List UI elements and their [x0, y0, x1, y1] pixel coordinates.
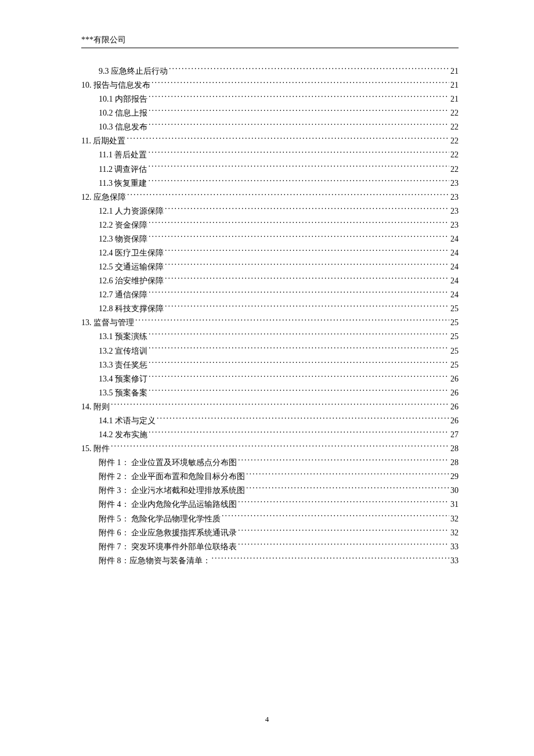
toc-entry: 13.5 预案备案26 — [81, 386, 459, 400]
toc-entry-page: 31 — [450, 498, 459, 512]
toc-entry-page: 23 — [450, 204, 459, 218]
toc-entry-page: 26 — [450, 372, 459, 386]
table-of-contents: 9.3 应急终止后行动2110. 报告与信息发布2110.1 内部报告2110.… — [81, 64, 459, 568]
toc-entry-page: 22 — [450, 134, 459, 148]
toc-dots — [212, 555, 450, 563]
toc-entry: 12.3 物资保障24 — [81, 232, 459, 246]
toc-entry-label: 附件 4： 企业内危险化学品运输路线图 — [99, 498, 237, 512]
toc-entry: 12.1 人力资源保障23 — [81, 204, 459, 218]
toc-entry-label: 12. 应急保障 — [81, 190, 126, 204]
toc-entry-page: 21 — [450, 92, 459, 106]
toc-entry: 13.2 宣传培训25 — [81, 344, 459, 358]
toc-entry: 附件 4： 企业内危险化学品运输路线图31 — [81, 498, 459, 512]
toc-entry: 12.6 治安维护保障24 — [81, 274, 459, 288]
toc-dots — [238, 457, 449, 465]
toc-entry-page: 26 — [450, 400, 459, 414]
toc-dots — [127, 135, 449, 143]
toc-entry-page: 25 — [450, 330, 459, 344]
toc-dots — [157, 415, 449, 423]
toc-entry-page: 28 — [450, 442, 459, 456]
toc-entry: 10.2 信息上报22 — [81, 106, 459, 120]
toc-entry-page: 26 — [450, 414, 459, 428]
toc-entry-page: 26 — [450, 386, 459, 400]
toc-entry-label: 10.3 信息发布 — [99, 120, 147, 134]
toc-dots — [238, 499, 449, 507]
toc-entry: 12. 应急保障23 — [81, 190, 459, 204]
toc-dots — [165, 261, 449, 269]
toc-entry-page: 24 — [450, 274, 459, 288]
toc-entry-label: 14.1 术语与定义 — [99, 414, 156, 428]
toc-entry-label: 12.6 治安维护保障 — [99, 274, 164, 288]
toc-entry-page: 25 — [450, 344, 459, 358]
toc-entry: 14.1 术语与定义26 — [81, 414, 459, 428]
toc-entry-label: 12.5 交通运输保障 — [99, 260, 164, 274]
toc-entry-page: 33 — [450, 554, 459, 568]
toc-entry-page: 22 — [450, 148, 459, 162]
toc-entry: 10.1 内部报告21 — [81, 92, 459, 106]
toc-entry-label: 12.8 科技支撑保障 — [99, 302, 164, 316]
toc-dots — [165, 206, 449, 214]
toc-entry-label: 12.2 资金保障 — [99, 218, 147, 232]
toc-dots — [148, 149, 449, 157]
toc-entry-label: 13.4 预案修订 — [99, 372, 147, 386]
toc-entry-page: 33 — [450, 540, 459, 554]
toc-dots — [246, 485, 449, 493]
toc-dots — [149, 289, 449, 297]
toc-entry-label: 附件 7： 突发环境事件外部单位联络表 — [99, 540, 237, 554]
toc-dots — [149, 233, 449, 242]
toc-dots — [135, 317, 449, 325]
toc-entry-label: 12.1 人力资源保障 — [99, 204, 164, 218]
toc-entry-label: 13.5 预案备案 — [99, 386, 147, 400]
toc-dots — [127, 192, 449, 200]
toc-dots — [148, 164, 449, 172]
toc-entry-page: 28 — [450, 456, 459, 470]
toc-entry-label: 10.1 内部报告 — [99, 92, 147, 106]
toc-entry-page: 23 — [450, 218, 459, 232]
toc-entry: 11.3 恢复重建23 — [81, 177, 459, 190]
toc-dots — [165, 303, 449, 311]
toc-entry-label: 13.1 预案演练 — [99, 330, 147, 344]
toc-dots — [111, 401, 449, 409]
toc-entry-page: 32 — [450, 512, 459, 526]
toc-dots — [111, 443, 449, 451]
toc-entry-page: 24 — [450, 288, 459, 302]
toc-entry: 14.2 发布实施27 — [81, 428, 459, 442]
toc-entry: 附件 3： 企业污水堵截和处理排放系统图30 — [81, 484, 459, 498]
toc-entry: 13.3 责任奖惩25 — [81, 358, 459, 372]
toc-entry-label: 12.4 医疗卫生保障 — [99, 246, 164, 260]
toc-entry-page: 29 — [450, 470, 459, 484]
toc-entry-label: 9.3 应急终止后行动 — [99, 64, 168, 78]
toc-dots — [149, 107, 449, 116]
toc-entry-page: 25 — [450, 316, 459, 330]
toc-dots — [149, 387, 449, 395]
toc-dots — [169, 66, 449, 74]
toc-entry-page: 24 — [450, 232, 459, 246]
toc-dots — [246, 471, 449, 479]
toc-dots — [165, 247, 449, 255]
toc-entry: 附件 6： 企业应急救援指挥系统通讯录32 — [81, 526, 459, 540]
toc-entry-label: 13. 监督与管理 — [81, 316, 134, 330]
toc-entry-label: 11.2 调查评估 — [99, 163, 147, 177]
toc-entry-page: 25 — [450, 302, 459, 316]
toc-entry: 14. 附则26 — [81, 400, 459, 414]
toc-entry-page: 21 — [450, 78, 459, 92]
toc-entry: 12.5 交通运输保障24 — [81, 260, 459, 274]
toc-entry-label: 13.2 宣传培训 — [99, 344, 147, 358]
toc-entry-page: 25 — [450, 358, 459, 372]
toc-dots — [148, 178, 449, 186]
toc-entry-label: 附件 6： 企业应急救援指挥系统通讯录 — [99, 526, 237, 540]
toc-entry: 13.1 预案演练25 — [81, 330, 459, 344]
toc-entry-label: 附件 5： 危险化学品物理化学性质 — [99, 512, 221, 526]
toc-entry: 11.2 调查评估22 — [81, 163, 459, 177]
toc-entry: 附件 7： 突发环境事件外部单位联络表33 — [81, 540, 459, 554]
toc-entry: 13. 监督与管理25 — [81, 316, 459, 330]
toc-dots — [149, 345, 449, 354]
toc-entry-page: 21 — [450, 64, 459, 78]
toc-dots — [238, 527, 449, 535]
toc-entry-page: 23 — [450, 190, 459, 204]
toc-entry: 12.2 资金保障23 — [81, 218, 459, 232]
toc-entry: 11.1 善后处置22 — [81, 148, 459, 162]
toc-entry-label: 10.2 信息上报 — [99, 106, 147, 120]
toc-entry: 12.4 医疗卫生保障24 — [81, 246, 459, 260]
toc-entry: 12.7 通信保障24 — [81, 288, 459, 302]
